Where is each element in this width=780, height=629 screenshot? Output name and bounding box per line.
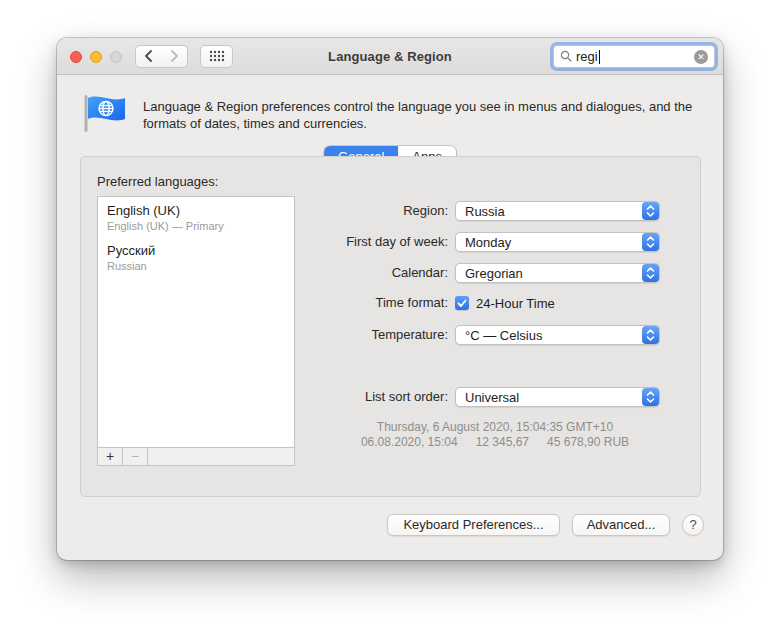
list-sort-label: List sort order:	[278, 387, 448, 407]
format-preview: Thursday, 6 August 2020, 15:04:35 GMT+10…	[295, 420, 695, 450]
titlebar[interactable]: Language & Region regi ✕	[57, 38, 723, 75]
preview-date-short: 06.08.2020, 15:04	[361, 435, 458, 449]
language-subtitle: English (UK) — Primary	[107, 220, 285, 232]
preferred-languages-label: Preferred languages:	[97, 174, 218, 189]
search-input[interactable]: regi ✕	[553, 45, 715, 68]
add-language-button[interactable]: +	[98, 448, 123, 465]
preview-currency: 45 678,90 RUB	[547, 435, 629, 449]
preview-short-formats: 06.08.2020, 15:0412 345,6745 678,90 RUB	[295, 435, 695, 450]
region-value: Russia	[456, 204, 642, 219]
list-sort-select[interactable]: Universal	[455, 387, 660, 407]
text-caret	[599, 50, 600, 64]
language-region-window: Language & Region regi ✕	[57, 38, 723, 560]
clear-search-icon[interactable]: ✕	[694, 50, 708, 64]
preferred-languages-list[interactable]: English (UK) English (UK) — Primary Русс…	[97, 196, 295, 447]
temperature-value: °C — Celsius	[456, 328, 642, 343]
search-text: regi	[576, 49, 598, 64]
temperature-select[interactable]: °C — Celsius	[455, 325, 660, 345]
first-day-select[interactable]: Monday	[455, 232, 660, 252]
chevron-up-down-icon	[642, 388, 659, 406]
preview-number: 12 345,67	[476, 435, 529, 449]
language-list-toolbar: + −	[97, 447, 295, 466]
calendar-value: Gregorian	[456, 266, 642, 281]
list-item[interactable]: English (UK) English (UK) — Primary	[98, 197, 294, 237]
calendar-label: Calendar:	[278, 263, 448, 283]
search-icon	[560, 48, 572, 66]
24-hour-checkbox-label[interactable]: 24-Hour Time	[476, 296, 555, 311]
list-item[interactable]: Русский Russian	[98, 237, 294, 277]
keyboard-preferences-button[interactable]: Keyboard Preferences...	[387, 514, 560, 536]
chevron-up-down-icon	[642, 233, 659, 251]
remove-language-button[interactable]: −	[123, 448, 148, 465]
region-select[interactable]: Russia	[455, 201, 660, 221]
chevron-up-down-icon	[642, 202, 659, 220]
pane-description: Language & Region preferences control th…	[143, 98, 709, 132]
advanced-button[interactable]: Advanced...	[572, 514, 670, 536]
region-label: Region:	[278, 201, 448, 221]
preview-datetime-long: Thursday, 6 August 2020, 15:04:35 GMT+10	[295, 420, 695, 435]
check-icon	[457, 299, 467, 308]
24-hour-checkbox[interactable]	[455, 296, 469, 310]
calendar-select[interactable]: Gregorian	[455, 263, 660, 283]
time-format-label: Time format:	[278, 293, 448, 313]
chevron-up-down-icon	[642, 326, 659, 344]
temperature-label: Temperature:	[278, 325, 448, 345]
list-sort-value: Universal	[456, 390, 642, 405]
first-day-value: Monday	[456, 235, 642, 250]
language-region-flag-icon	[81, 93, 129, 139]
language-subtitle: Russian	[107, 260, 285, 272]
help-button[interactable]: ?	[682, 514, 704, 536]
language-title: English (UK)	[107, 203, 285, 218]
first-day-label: First day of week:	[278, 232, 448, 252]
chevron-up-down-icon	[642, 264, 659, 282]
language-title: Русский	[107, 243, 285, 258]
